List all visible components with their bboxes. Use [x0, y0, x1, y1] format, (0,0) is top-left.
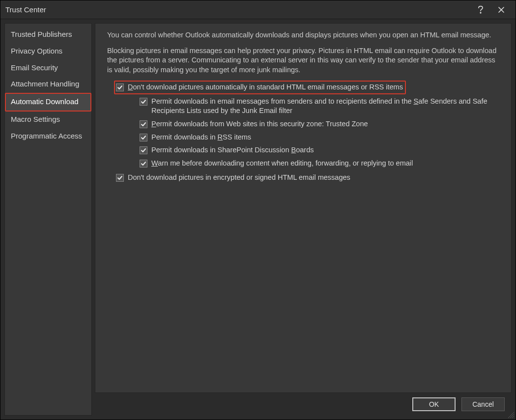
- sidebar-item-macro-settings[interactable]: Macro Settings: [6, 112, 90, 128]
- content-wrap: You can control whether Outlook automati…: [95, 23, 512, 416]
- checkbox-icon[interactable]: [116, 174, 124, 182]
- svg-point-0: [480, 12, 481, 13]
- sidebar-item-email-security[interactable]: Email Security: [6, 60, 90, 77]
- ok-button[interactable]: OK: [412, 397, 456, 411]
- option-label: Permit downloads in SharePoint Discussio…: [151, 145, 314, 155]
- option-label: Warn me before downloading content when …: [151, 159, 413, 168]
- checkbox-icon[interactable]: [140, 98, 147, 106]
- checkbox-icon[interactable]: [140, 120, 147, 128]
- intro-text-1: You can control whether Outlook automati…: [107, 30, 501, 40]
- option-permit-sharepoint[interactable]: Permit downloads in SharePoint Discussio…: [140, 145, 501, 155]
- sidebar-item-label: Automatic Download: [6, 94, 90, 111]
- help-button[interactable]: [470, 2, 491, 17]
- sidebar-item-label: Privacy Options: [6, 43, 90, 60]
- resize-grip-icon[interactable]: [508, 412, 515, 419]
- option-permit-rss[interactable]: Permit downloads in RSS items: [140, 133, 501, 142]
- sidebar-item-label: Attachment Handling: [6, 76, 90, 93]
- titlebar: Trust Center: [0, 0, 516, 19]
- option-dont-download-html[interactable]: Don't download pictures automatically in…: [114, 81, 406, 94]
- window-title: Trust Center: [5, 5, 470, 14]
- option-permit-trusted-zone[interactable]: Permit downloads from Web sites in this …: [140, 119, 501, 129]
- option-label: Don't download pictures in encrypted or …: [128, 173, 350, 183]
- sidebar-item-automatic-download[interactable]: Automatic Download: [5, 93, 91, 112]
- intro-text-2: Blocking pictures in email messages can …: [107, 46, 501, 75]
- option-group: Don't download pictures automatically in…: [107, 81, 501, 183]
- content-pane: You can control whether Outlook automati…: [95, 23, 512, 393]
- sidebar-item-label: Macro Settings: [6, 112, 90, 128]
- dialog-footer: OK Cancel: [95, 393, 512, 416]
- sidebar-item-label: Email Security: [6, 60, 90, 77]
- checkbox-icon[interactable]: [140, 160, 147, 168]
- sidebar-item-privacy-options[interactable]: Privacy Options: [6, 43, 90, 60]
- option-label: Permit downloads in email messages from …: [151, 97, 501, 116]
- cancel-button[interactable]: Cancel: [461, 397, 505, 411]
- sidebar-item-label: Trusted Publishers: [6, 27, 90, 43]
- dialog-body: Trusted Publishers Privacy Options Email…: [0, 19, 516, 420]
- sidebar-item-label: Programmatic Access: [6, 128, 90, 145]
- sidebar-item-programmatic-access[interactable]: Programmatic Access: [6, 128, 90, 145]
- option-permit-safe-senders[interactable]: Permit downloads in email messages from …: [140, 97, 501, 116]
- sub-option-group: Permit downloads in email messages from …: [116, 97, 501, 168]
- checkbox-icon[interactable]: [116, 84, 124, 91]
- option-label: Permit downloads in RSS items: [151, 133, 251, 142]
- close-button[interactable]: [491, 2, 512, 17]
- sidebar-item-trusted-publishers[interactable]: Trusted Publishers: [6, 27, 90, 43]
- sidebar-item-attachment-handling[interactable]: Attachment Handling: [6, 76, 90, 93]
- checkbox-icon[interactable]: [140, 146, 147, 154]
- trust-center-window: Trust Center Trusted Publishers Privacy …: [0, 0, 516, 420]
- checkbox-icon[interactable]: [140, 134, 147, 141]
- option-warn-before-download[interactable]: Warn me before downloading content when …: [140, 159, 501, 168]
- option-dont-download-encrypted[interactable]: Don't download pictures in encrypted or …: [116, 173, 501, 183]
- option-label: Permit downloads from Web sites in this …: [151, 119, 368, 129]
- sidebar: Trusted Publishers Privacy Options Email…: [4, 23, 92, 416]
- option-label: Don't download pictures automatically in…: [128, 83, 403, 92]
